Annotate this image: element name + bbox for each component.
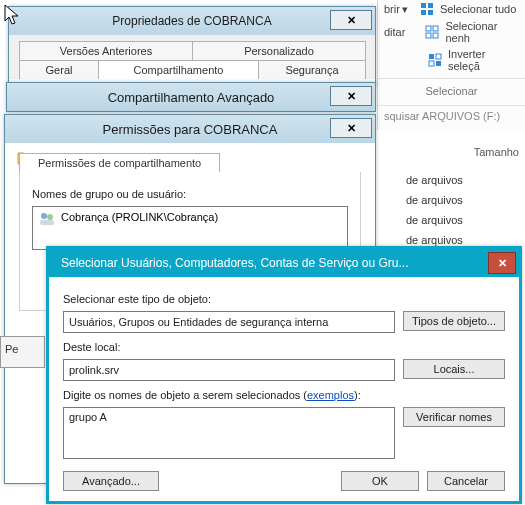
- select-none-label: Selecionar nenh: [445, 20, 519, 44]
- group-icon: [39, 211, 55, 227]
- svg-rect-6: [426, 33, 431, 38]
- svg-rect-1: [428, 3, 433, 8]
- invert-icon: [428, 53, 442, 67]
- object-names-label: Digite os nomes de objeto a serem seleci…: [63, 389, 505, 401]
- close-button[interactable]: ✕: [330, 86, 372, 106]
- users-listbox[interactable]: Cobrança (PROLINK\Cobrança): [32, 206, 348, 250]
- properties-tabs: Versões Anteriores Personalizado Geral C…: [9, 35, 375, 79]
- svg-point-13: [47, 214, 53, 220]
- names-label: Nomes de grupo ou de usuário:: [32, 188, 348, 200]
- properties-title: Propriedades de COBRANCA: [112, 14, 271, 28]
- tab-custom[interactable]: Personalizado: [192, 41, 366, 60]
- close-button[interactable]: ✕: [488, 252, 516, 274]
- select-users-dialog: Selecionar Usuários, Computadores, Conta…: [46, 246, 522, 504]
- tab-general[interactable]: Geral: [19, 60, 99, 79]
- examples-link[interactable]: exemplos: [307, 389, 354, 401]
- object-types-button[interactable]: Tipos de objeto...: [403, 311, 505, 331]
- object-type-label: Selecionar este tipo de objeto:: [63, 293, 505, 305]
- column-size-header[interactable]: Tamanho: [474, 146, 519, 158]
- svg-rect-3: [428, 10, 433, 15]
- location-label: Deste local:: [63, 341, 505, 353]
- svg-point-12: [41, 213, 47, 219]
- advanced-sharing-title: Compartilhamento Avançado: [108, 90, 275, 105]
- svg-rect-11: [436, 61, 441, 66]
- select-all-icon: [420, 2, 434, 16]
- ribbon-group-label: Selecionar: [378, 83, 525, 97]
- search-placeholder: squisar ARQUIVOS (F:): [384, 110, 500, 122]
- svg-rect-14: [40, 220, 54, 225]
- select-users-titlebar[interactable]: Selecionar Usuários, Computadores, Conta…: [49, 249, 519, 277]
- locations-button[interactable]: Locais...: [403, 359, 505, 379]
- svg-rect-7: [433, 33, 438, 38]
- ribbon-edit[interactable]: ditar Selecionar nenh: [378, 18, 525, 46]
- search-box[interactable]: squisar ARQUIVOS (F:): [378, 105, 525, 126]
- close-button[interactable]: ✕: [330, 118, 372, 138]
- cancel-button[interactable]: Cancelar: [427, 471, 505, 491]
- file-row[interactable]: de arquivos: [400, 210, 525, 230]
- file-rows: de arquivos de arquivos de arquivos de a…: [400, 170, 525, 250]
- svg-rect-5: [433, 26, 438, 31]
- svg-rect-4: [426, 26, 431, 31]
- tab-previous-versions[interactable]: Versões Anteriores: [19, 41, 193, 60]
- advanced-sharing-dialog: Compartilhamento Avançado ✕: [6, 82, 376, 112]
- object-type-field[interactable]: [63, 311, 395, 333]
- svg-rect-8: [429, 54, 434, 59]
- tab-security[interactable]: Segurança: [258, 60, 366, 79]
- ribbon-invert[interactable]: Inverter seleçã: [378, 46, 525, 74]
- file-row[interactable]: de arquivos: [400, 170, 525, 190]
- open-label: brir: [384, 3, 400, 15]
- ok-button[interactable]: OK: [341, 471, 419, 491]
- advanced-button[interactable]: Avançado...: [63, 471, 159, 491]
- svg-rect-10: [429, 61, 434, 66]
- tab-sharing[interactable]: Compartilhamento: [98, 60, 259, 79]
- advanced-sharing-titlebar[interactable]: Compartilhamento Avançado ✕: [7, 83, 375, 111]
- permissions-stub: Pe: [0, 336, 45, 368]
- ribbon-open[interactable]: brir ▾ Selecionar tudo: [378, 0, 525, 18]
- close-button[interactable]: ✕: [330, 10, 372, 30]
- permissions-titlebar[interactable]: Permissões para COBRANCA ✕: [5, 115, 375, 143]
- properties-dialog: Propriedades de COBRANCA ✕ Versões Anter…: [8, 6, 376, 86]
- check-names-button[interactable]: Verificar nomes: [403, 407, 505, 427]
- invert-label: Inverter seleçã: [448, 48, 519, 72]
- svg-rect-2: [421, 10, 426, 15]
- user-entry[interactable]: Cobrança (PROLINK\Cobrança): [61, 211, 218, 223]
- location-field[interactable]: [63, 359, 395, 381]
- select-users-title: Selecionar Usuários, Computadores, Conta…: [61, 256, 491, 270]
- tab-share-permissions[interactable]: Permissões de compartilhamento: [19, 153, 220, 172]
- edit-label: ditar: [384, 26, 405, 38]
- select-all-label: Selecionar tudo: [440, 3, 516, 15]
- permissions-title: Permissões para COBRANCA: [103, 122, 278, 137]
- svg-rect-0: [421, 3, 426, 8]
- object-names-field[interactable]: [63, 407, 395, 459]
- ribbon-fragment: brir ▾ Selecionar tudo ditar Selecionar …: [377, 0, 525, 130]
- file-row[interactable]: de arquivos: [400, 190, 525, 210]
- svg-rect-9: [436, 54, 441, 59]
- properties-titlebar[interactable]: Propriedades de COBRANCA ✕: [9, 7, 375, 35]
- pe-label: Pe: [5, 343, 18, 355]
- select-none-icon: [425, 25, 439, 39]
